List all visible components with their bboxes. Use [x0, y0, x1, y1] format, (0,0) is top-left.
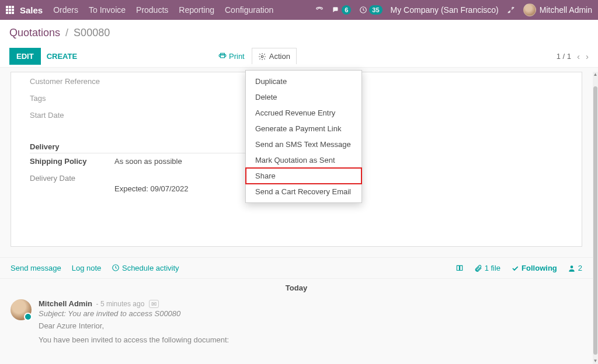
envelope-icon[interactable]: ✉: [149, 300, 159, 308]
breadcrumb-root[interactable]: Quotations: [9, 27, 60, 38]
svg-point-4: [570, 265, 573, 268]
message-text-1: Dear Azure Interior,: [39, 320, 229, 332]
vertical-scrollbar[interactable]: ▲ ▼: [593, 72, 598, 364]
pager-next[interactable]: ›: [586, 51, 589, 61]
discuss-icon[interactable]: 6: [332, 5, 351, 15]
company-switcher[interactable]: My Company (San Francisco): [391, 5, 499, 15]
action-send-sms[interactable]: Send an SMS Text Message: [246, 136, 361, 152]
menu-reporting[interactable]: Reporting: [179, 5, 214, 15]
file-count: 1 file: [485, 264, 500, 272]
attachments-button[interactable]: 1 file: [474, 264, 500, 272]
log-note-button[interactable]: Log note: [72, 264, 102, 272]
navbar-right: 6 35 My Company (San Francisco) Mitchell…: [315, 4, 592, 16]
user-icon: [568, 264, 576, 272]
message-time: - 5 minutes ago: [96, 300, 145, 308]
action-dropdown: Duplicate Delete Accrued Revenue Entry G…: [245, 70, 362, 203]
action-mark-sent[interactable]: Mark Quotation as Sent: [246, 152, 361, 168]
gear-icon: [258, 52, 266, 61]
action-cart-recovery[interactable]: Send a Cart Recovery Email: [246, 184, 361, 200]
breadcrumb-current: S00080: [74, 27, 110, 38]
chatter: Send message Log note Schedule activity …: [0, 257, 593, 348]
action-accrued-revenue[interactable]: Accrued Revenue Entry: [246, 105, 361, 121]
scroll-down-arrow[interactable]: ▼: [593, 358, 598, 364]
check-icon: [511, 264, 519, 272]
following-button[interactable]: Following: [511, 264, 557, 272]
schedule-activity-button[interactable]: Schedule activity: [112, 264, 179, 272]
send-message-button[interactable]: Send message: [11, 264, 61, 272]
create-button[interactable]: CREATE: [47, 52, 77, 61]
edit-button[interactable]: EDIT: [9, 48, 41, 65]
action-label: Action: [269, 52, 290, 61]
label-tags: Tags: [30, 94, 114, 103]
breadcrumb-sep: /: [65, 27, 68, 38]
voip-icon[interactable]: [315, 6, 324, 14]
action-duplicate[interactable]: Duplicate: [246, 74, 361, 89]
message-author[interactable]: Mitchell Admin: [39, 299, 92, 308]
print-button[interactable]: Print: [214, 48, 249, 64]
action-payment-link[interactable]: Generate a Payment Link: [246, 121, 361, 136]
breadcrumb: Quotations / S00080: [9, 27, 589, 39]
attachments-placeholder-icon[interactable]: [456, 264, 464, 272]
scroll-up-arrow[interactable]: ▲: [593, 72, 598, 78]
svg-rect-1: [221, 55, 225, 58]
message-subject: Subject: You are invited to access S0008…: [39, 309, 229, 318]
message-text-2: You have been invited to access the foll…: [39, 334, 229, 346]
top-menu: Orders To Invoice Products Reporting Con…: [53, 5, 315, 15]
action-delete[interactable]: Delete: [246, 89, 361, 105]
pager-prev[interactable]: ‹: [577, 51, 580, 61]
discuss-badge: 6: [342, 5, 351, 15]
avatar: [523, 4, 536, 16]
svg-point-2: [261, 55, 263, 58]
activities-icon[interactable]: 35: [359, 5, 382, 15]
menu-orders[interactable]: Orders: [53, 5, 78, 15]
message-date-separator: Today: [0, 279, 593, 297]
print-label: Print: [229, 52, 245, 61]
follower-count: 2: [578, 264, 582, 272]
debug-icon[interactable]: [507, 6, 515, 14]
label-start-date: Start Date: [30, 111, 114, 120]
user-menu[interactable]: Mitchell Admin: [523, 4, 592, 16]
menu-to-invoice[interactable]: To Invoice: [89, 5, 126, 15]
paperclip-icon: [474, 264, 482, 272]
clock-icon: [112, 264, 120, 272]
action-share[interactable]: Share: [246, 168, 361, 184]
message-avatar: [11, 299, 32, 320]
label-shipping-policy: Shipping Policy: [30, 157, 114, 166]
print-icon: [218, 52, 227, 60]
label-customer-ref: Customer Reference: [30, 77, 114, 86]
book-icon: [456, 264, 464, 272]
scroll-thumb[interactable]: [593, 86, 597, 355]
menu-configuration[interactable]: Configuration: [225, 5, 273, 15]
user-name: Mitchell Admin: [540, 5, 592, 15]
apps-icon[interactable]: [6, 6, 14, 14]
chatter-message: Mitchell Admin - 5 minutes ago ✉ Subject…: [0, 297, 593, 348]
followers-button[interactable]: 2: [568, 264, 582, 272]
main-navbar: Sales Orders To Invoice Products Reporti…: [0, 0, 598, 20]
app-brand[interactable]: Sales: [20, 5, 43, 15]
pager-text[interactable]: 1 / 1: [557, 52, 571, 61]
menu-products[interactable]: Products: [136, 5, 168, 15]
label-delivery-date: Delivery Date: [30, 174, 114, 193]
pager: 1 / 1 ‹ ›: [557, 51, 589, 61]
control-panel: Quotations / S00080 EDIT CREATE Print Ac…: [0, 20, 598, 68]
activities-badge: 35: [369, 5, 382, 15]
action-button[interactable]: Action: [252, 48, 297, 64]
